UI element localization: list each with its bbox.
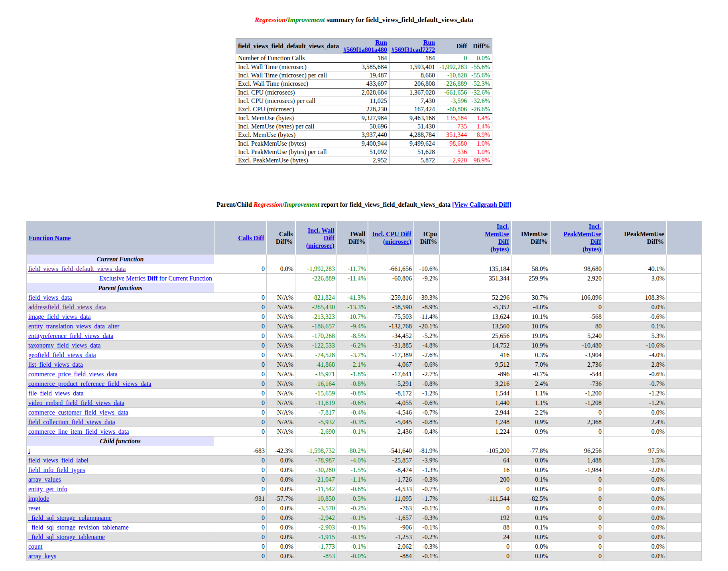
col-header-incl-peakmemuse-diff-link[interactable]: Incl.PeakMemUseDiff(bytes) [563, 223, 601, 253]
calls-diff-pct-cell: -42.3% [267, 446, 295, 456]
run2-link[interactable]: Run#569f31cad7272 [392, 39, 435, 53]
incl-peakmemuse-diff-cell: 0 [550, 542, 604, 551]
iwall-diff-pct-cell: -1.1% [337, 475, 368, 484]
summary-header-row: field_views_field_default_views_data Run… [236, 39, 492, 54]
function-link[interactable]: implode [28, 495, 49, 502]
spacer-cell [667, 264, 702, 274]
incl-cpu-diff-cell: -4,067 [368, 360, 414, 369]
iwall-diff-pct-cell: -0.1% [337, 532, 368, 542]
section-empty-cell [550, 283, 604, 293]
calls-diff-cell: 0 [214, 293, 267, 302]
summary-run1-value: 11,025 [341, 97, 389, 105]
col-header-function-name[interactable]: Function Name [27, 221, 214, 255]
section-title: Child functions [27, 437, 214, 446]
function-link[interactable]: t [28, 447, 30, 454]
calls-diff-pct-cell: N/A% [267, 408, 295, 417]
function-link[interactable]: commerce_product_reference_field_views_d… [28, 380, 151, 387]
col-header-incl-peakmemuse-diff[interactable]: Incl.PeakMemUseDiff(bytes) [550, 221, 604, 255]
ipeakmemuse-diff-pct-cell: 1.5% [604, 456, 667, 465]
function-link[interactable]: field_info_field_types [28, 466, 85, 473]
incl-wall-diff-cell: -186,657 [295, 322, 337, 331]
function-link[interactable]: entity_get_info [28, 486, 67, 492]
function-link[interactable]: commerce_line_item_field_views_data [28, 428, 129, 435]
function-link[interactable]: reset [28, 505, 40, 512]
section-empty-cell [337, 255, 368, 264]
function-link[interactable]: field_views_data [28, 294, 72, 301]
incl-wall-diff-cell: -170,268 [295, 331, 337, 341]
incl-wall-diff-cell: -3,570 [295, 504, 337, 513]
ipeakmemuse-diff-pct-cell: 0.0% [604, 513, 667, 523]
incl-cpu-diff-cell: -8,172 [368, 389, 414, 398]
incl-wall-diff-cell: -10,850 [295, 494, 337, 504]
calls-diff-cell [214, 274, 267, 283]
col-header-incl-cpu-diff[interactable]: Incl. CPU Diff(microsec) [368, 221, 414, 255]
summary-metric-label: Incl. MemUse (bytes) per call [236, 122, 341, 131]
incl-peakmemuse-diff-cell: 0 [550, 532, 604, 542]
incl-peakmemuse-diff-cell: 0 [550, 484, 604, 494]
summary-row: Incl. Wall Time (microsec) per call19,48… [236, 71, 492, 80]
imemuse-diff-pct-cell: 0.0% [512, 504, 550, 513]
col-header-incl-memuse-diff[interactable]: Incl.MemUseDiff(bytes) [440, 221, 512, 255]
incl-memuse-diff-cell: -105,200 [440, 446, 512, 456]
imemuse-diff-pct-cell: 1.1% [512, 398, 550, 408]
function-link[interactable]: array_values [28, 476, 61, 483]
function-row: commerce_line_item_field_views_data0N/A%… [27, 427, 702, 437]
function-link[interactable]: field_collection_field_views_data [28, 419, 115, 425]
incl-memuse-diff-cell: 3,216 [440, 379, 512, 389]
col-header-calls-diff-link[interactable]: Calls Diff [238, 235, 264, 241]
function-link[interactable]: video_embed_field_field_views_data [28, 399, 124, 406]
calls-diff-pct-cell: 0.0% [267, 475, 295, 484]
function-link[interactable]: commerce_price_field_views_data [28, 371, 118, 377]
function-link[interactable]: addressfield_field_views_data [28, 304, 106, 310]
spacer-cell [667, 465, 702, 475]
incl-peakmemuse-diff-cell: 0 [550, 494, 604, 504]
function-link[interactable]: file_field_views_data [28, 390, 84, 397]
function-link[interactable]: _field_sql_storage_columnname [28, 514, 112, 521]
view-callgraph-diff-link[interactable]: [View Callgraph Diff] [452, 201, 512, 208]
function-link[interactable]: list_field_views_data [28, 361, 83, 368]
function-link[interactable]: count [28, 543, 43, 550]
imemuse-diff-pct-cell: 0.0% [512, 542, 550, 551]
incl-wall-diff-cell: -2,690 [295, 427, 337, 437]
summary-diff-value: 536 [437, 148, 469, 156]
col-header-incl-cpu-diff-link[interactable]: Incl. CPU Diff(microsec) [372, 231, 411, 245]
function-row: entity_get_info00.0%-11,542-0.6%-4,533-0… [27, 484, 702, 494]
col-header-function-name-link[interactable]: Function Name [29, 235, 71, 241]
col-header-incl-wall-diff[interactable]: Incl. WallDiff(microsec) [295, 221, 337, 255]
summary-diff-value: 2,920 [437, 156, 469, 165]
imemuse-diff-pct-cell: 10.1% [512, 312, 550, 322]
incl-peakmemuse-diff-cell: -568 [550, 312, 604, 322]
ipeakmemuse-diff-pct-cell: 0.0% [604, 494, 667, 504]
function-link[interactable]: entityreference_field_views_data [28, 332, 113, 339]
function-link[interactable]: commerce_customer_field_views_data [28, 409, 128, 416]
summary-run2-value: 5,872 [389, 156, 437, 165]
function-link[interactable]: geofield_field_views_data [28, 352, 96, 358]
regression-word: Regression [255, 16, 285, 24]
ipeakmemuse-diff-pct-cell: 0.0% [604, 504, 667, 513]
function-link[interactable]: array_keys [28, 553, 56, 559]
col-header-calls-diff[interactable]: Calls Diff [214, 221, 267, 255]
function-row: geofield_field_views_data0N/A%-74,528-3.… [27, 350, 702, 360]
function-link[interactable]: entity_translation_views_data_alter [28, 323, 119, 330]
col-header-incl-memuse-diff-link[interactable]: Incl.MemUseDiff(bytes) [485, 223, 509, 253]
function-link[interactable]: _field_sql_storage_tablename [28, 533, 105, 540]
ipeakmemuse-diff-pct-cell: -0.7% [604, 379, 667, 389]
icpu-diff-pct-cell: -8.9% [414, 302, 440, 312]
incl-peakmemuse-diff-cell: 2,920 [550, 274, 604, 283]
summary-diff-value: 98,680 [437, 139, 469, 148]
spacer-cell [667, 398, 702, 408]
function-link[interactable]: taxonomy_field_views_data [28, 342, 100, 349]
function-link[interactable]: field_views_field_default_views_data [28, 265, 126, 272]
function-link[interactable]: image_field_views_data [28, 313, 91, 320]
imemuse-diff-pct-cell: 2.2% [512, 408, 550, 417]
run1-link[interactable]: Run#569f1a801a480 [343, 39, 387, 53]
ipeakmemuse-diff-pct-cell: 40.1% [604, 264, 667, 274]
report-header-row: Function NameCalls DiffCallsDiff%Incl. W… [27, 221, 702, 255]
incl-wall-diff-cell: -122,533 [295, 341, 337, 350]
function-link[interactable]: _field_sql_storage_revision_tablename [28, 524, 128, 531]
incl-memuse-diff-cell: 1,248 [440, 417, 512, 427]
function-link[interactable]: field_views_field_label [28, 457, 89, 464]
summary-run2-value: 9,463,168 [389, 114, 437, 122]
col-header-incl-wall-diff-link[interactable]: Incl. WallDiff(microsec) [306, 227, 334, 249]
col-header-imemuse-diff-pct: IMemUseDiff% [512, 221, 550, 255]
